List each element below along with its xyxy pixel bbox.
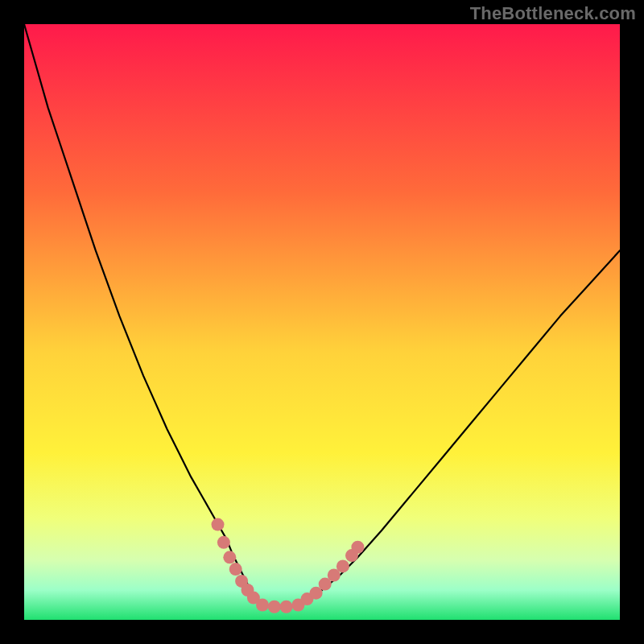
highlight-marker — [223, 551, 236, 564]
highlight-marker — [351, 541, 364, 554]
highlight-marker — [256, 599, 269, 612]
plot-area — [24, 24, 620, 620]
highlight-marker — [229, 563, 242, 576]
gradient-background — [24, 24, 620, 620]
highlight-marker — [217, 536, 230, 549]
chart-svg — [24, 24, 620, 620]
chart-root: TheBottleneck.com — [0, 0, 644, 644]
highlight-marker — [280, 601, 293, 613]
watermark-text: TheBottleneck.com — [470, 3, 636, 24]
highlight-marker — [212, 518, 225, 531]
highlight-marker — [268, 601, 281, 613]
highlight-marker — [336, 559, 349, 572]
